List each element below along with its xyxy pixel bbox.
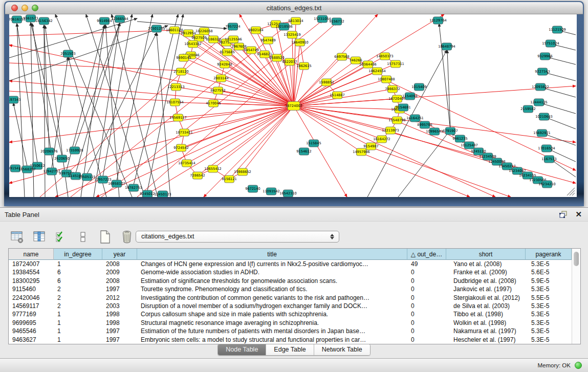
column-header[interactable]: year <box>102 249 137 260</box>
table-cell[interactable]: Yano et al. (2008) <box>446 260 526 268</box>
network-edge[interactable] <box>178 106 294 118</box>
table-cell[interactable]: 5.3E-5 <box>526 327 572 335</box>
table-cell[interactable]: 2008 <box>102 260 137 268</box>
table-cell[interactable]: 0 <box>407 310 446 318</box>
network-edge[interactable] <box>13 103 27 166</box>
network-edge[interactable] <box>294 106 361 152</box>
table-cell[interactable]: 5.6E-5 <box>526 268 572 276</box>
network-edge[interactable] <box>543 88 576 97</box>
table-cell[interactable]: 1 <box>54 336 102 344</box>
table-cell[interactable]: 18300295 <box>9 277 54 285</box>
table-cell[interactable]: 0 <box>407 336 446 344</box>
network-edge[interactable] <box>157 33 170 197</box>
window-titlebar[interactable]: citations_edges.txt <box>5 2 583 14</box>
table-cell[interactable]: 22420046 <box>9 294 54 302</box>
delete-column-button[interactable] <box>119 229 135 245</box>
table-cell[interactable]: 9115460 <box>9 285 54 293</box>
network-edge[interactable] <box>31 23 62 156</box>
table-cell[interactable]: 5.9E-5 <box>526 277 572 285</box>
close-panel-icon[interactable]: ✕ <box>575 210 582 219</box>
table-cell[interactable]: 1 <box>54 327 102 335</box>
table-cell[interactable]: 2003 <box>102 302 137 310</box>
table-cell[interactable]: 0 <box>407 294 446 302</box>
table-cell[interactable]: 0 <box>407 327 446 335</box>
tab-network-table[interactable]: Network Table <box>314 344 370 355</box>
table-select-dropdown[interactable]: citations_edges.txt <box>136 231 339 243</box>
network-edge[interactable] <box>294 14 444 106</box>
table-cell[interactable]: Genome-wide association studies in ADHD. <box>137 268 407 276</box>
table-cell[interactable]: Stergiakouli et al. (2012) <box>446 294 526 302</box>
table-cell[interactable]: Changes of HCN gene expression and I(f) … <box>137 260 407 268</box>
network-edge[interactable] <box>545 134 576 145</box>
table-cell[interactable]: Estimation of the future numbers of pati… <box>137 327 407 335</box>
column-header[interactable]: name <box>9 249 54 260</box>
table-cell[interactable]: 2 <box>54 285 102 293</box>
table-cell[interactable]: 5.5E-5 <box>526 294 572 302</box>
table-cell[interactable]: 1997 <box>102 336 137 344</box>
network-edge[interactable] <box>9 63 181 71</box>
show-columns-button[interactable] <box>31 229 47 245</box>
table-cell[interactable]: 5.3E-5 <box>526 336 572 344</box>
table-cell[interactable]: 2008 <box>102 277 137 285</box>
network-edge[interactable] <box>112 14 158 197</box>
network-edge[interactable] <box>9 81 294 106</box>
table-cell[interactable]: 2 <box>54 294 102 302</box>
network-edge[interactable] <box>268 40 294 106</box>
table-mode-button[interactable] <box>9 229 25 245</box>
network-edge[interactable] <box>142 106 294 197</box>
column-header[interactable]: title <box>137 249 407 260</box>
network-edge[interactable] <box>547 118 576 129</box>
network-edge[interactable] <box>75 23 120 147</box>
table-cell[interactable]: 19384554 <box>9 268 54 276</box>
table-cell[interactable]: 2009 <box>102 268 137 276</box>
table-cell[interactable]: Franke et al. (2009) <box>446 268 526 276</box>
network-graph[interactable]: 1860112889129541822605898275098186328105… <box>9 14 577 197</box>
table-cell[interactable]: 1998 <box>102 310 137 318</box>
table-cell[interactable]: 5.3E-5 <box>526 319 572 327</box>
table-cell[interactable]: Nakamura et al. (1997) <box>446 327 526 335</box>
table-cell[interactable]: 9699695 <box>9 319 54 327</box>
table-cell[interactable]: Hescheler et al. (1997) <box>446 336 526 344</box>
network-edge[interactable] <box>94 23 120 197</box>
table-cell[interactable]: 1997 <box>102 327 137 335</box>
table-cell[interactable]: 0 <box>407 285 446 293</box>
new-column-button[interactable] <box>97 229 113 245</box>
column-header[interactable]: short <box>446 249 526 260</box>
table-cell[interactable]: 5.3E-5 <box>526 260 572 268</box>
network-edge[interactable] <box>184 106 294 133</box>
table-cell[interactable]: Estimation of significance thresholds fo… <box>137 277 407 285</box>
table-scrollbar[interactable] <box>572 249 580 344</box>
network-edge[interactable] <box>294 106 576 183</box>
table-cell[interactable]: Jankovic et al. (1997) <box>446 285 526 293</box>
network-edge[interactable] <box>294 106 382 139</box>
table-cell[interactable]: 5.3E-5 <box>526 285 572 293</box>
network-edge[interactable] <box>294 106 390 130</box>
table-cell[interactable]: Investigating the contribution of common… <box>137 294 407 302</box>
table-cell[interactable]: 49 <box>407 260 446 268</box>
table-cell[interactable]: 1998 <box>102 319 137 327</box>
scrollbar-thumb[interactable] <box>574 252 579 266</box>
tab-node-table[interactable]: Node Table <box>218 344 266 355</box>
table-cell[interactable]: 2012 <box>102 294 137 302</box>
resize-grip-icon[interactable] <box>567 188 575 195</box>
network-edge[interactable] <box>81 25 104 197</box>
network-edge[interactable] <box>398 130 450 197</box>
network-edge[interactable] <box>439 24 450 130</box>
network-edge[interactable] <box>541 103 576 114</box>
select-columns-button[interactable] <box>53 229 69 245</box>
table-cell[interactable]: Disruption of a novel member of a sodium… <box>137 302 407 310</box>
table-cell[interactable]: 6 <box>54 268 102 276</box>
column-header[interactable]: in_degree <box>54 249 102 260</box>
table-cell[interactable]: Structural magnetic resonance image aver… <box>137 319 407 327</box>
table-cell[interactable]: 9465546 <box>9 327 54 335</box>
table-cell[interactable]: 9463627 <box>9 336 54 344</box>
table-cell[interactable]: 0 <box>407 319 446 327</box>
tab-edge-table[interactable]: Edge Table <box>266 344 313 355</box>
table-cell[interactable]: Tibbo et al. (1998) <box>446 310 526 318</box>
table-cell[interactable]: 18724007 <box>9 260 54 268</box>
table-cell[interactable]: 9777169 <box>9 310 54 318</box>
table-cell[interactable]: 1 <box>54 319 102 327</box>
table-cell[interactable]: 1997 <box>102 285 137 293</box>
network-edge[interactable] <box>204 106 294 197</box>
table-cell[interactable]: Corpus callosum shape and size in male p… <box>137 310 407 318</box>
